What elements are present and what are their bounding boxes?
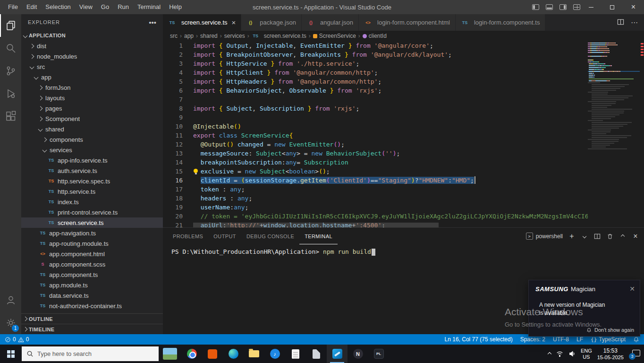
start-button[interactable] <box>0 345 22 363</box>
tree-item-not-authorized-container.ts[interactable]: TSnot-authorized-container.ts <box>21 301 163 311</box>
tree-item-http.service.ts[interactable]: TShttp.service.ts <box>21 186 163 197</box>
menu-run[interactable]: Run <box>113 0 133 14</box>
close-icon[interactable]: × <box>232 18 236 26</box>
taskbar-search[interactable] <box>22 346 159 361</box>
search-icon[interactable] <box>0 37 21 60</box>
toggle-secondary-sidebar-icon[interactable] <box>559 4 567 10</box>
language-mode[interactable]: {} TypeScript <box>591 336 626 343</box>
tree-item-services[interactable]: services <box>21 145 163 155</box>
split-editor-icon[interactable] <box>617 18 624 27</box>
split-terminal-icon[interactable] <box>593 233 601 240</box>
explorer-more-actions-icon[interactable]: ••• <box>149 18 156 26</box>
tree-item-app-navigation.ts[interactable]: TSapp-navigation.ts <box>21 228 163 238</box>
tree-item-data.service.ts[interactable]: TSdata.service.ts <box>21 290 163 301</box>
tree-item-app.component.ts[interactable]: TSapp.component.ts <box>21 269 163 280</box>
close-window-button[interactable]: × <box>623 0 644 14</box>
terminal-shell-selector[interactable]: > powershell <box>526 233 563 240</box>
code-line-16[interactable]: clientId = (sessionStorage.getItem('Clie… <box>193 176 588 185</box>
volume-icon[interactable] <box>568 350 576 357</box>
code-line-8[interactable]: import { Subject, Subscription } from 'r… <box>193 104 588 113</box>
kill-terminal-icon[interactable] <box>606 233 614 240</box>
taskbar-pl-app-icon[interactable]: PL <box>368 345 389 363</box>
chevron-down-icon[interactable] <box>581 233 588 240</box>
tab-debug-console[interactable]: DEBUG CONSOLE <box>241 228 299 244</box>
section-outline[interactable]: OUTLINE <box>21 313 163 324</box>
code-line-12[interactable]: @Output() changed = new EventEmitter(); <box>193 140 588 149</box>
tree-item-app-info.service.ts[interactable]: TSapp-info.service.ts <box>21 155 163 165</box>
menu-selection[interactable]: Selection <box>41 0 75 14</box>
taskbar-file-explorer-icon[interactable] <box>244 345 264 363</box>
settings-gear-icon[interactable]: 1 <box>0 311 21 334</box>
tray-chevron-up-icon[interactable] <box>548 353 551 355</box>
breadcrumb-src[interactable]: src <box>170 33 178 39</box>
tree-item-app-routing.module.ts[interactable]: TSapp-routing.module.ts <box>21 238 163 249</box>
indentation[interactable]: Spaces: 2 <box>520 336 545 343</box>
tab-screen-service-ts[interactable]: TS screen.service.ts × <box>163 14 241 31</box>
network-icon[interactable] <box>556 350 563 357</box>
code-line-15[interactable]: exclusive = new Subject<boolean>(); <box>193 167 588 176</box>
tree-item-auth.service.ts[interactable]: TSauth.service.ts <box>21 165 163 176</box>
source-control-icon[interactable] <box>0 60 21 82</box>
search-input[interactable] <box>37 350 154 357</box>
taskbar-media-app-icon[interactable]: ♪ <box>264 345 285 363</box>
section-timeline[interactable]: TIMELINE <box>21 324 163 334</box>
new-terminal-icon[interactable]: + <box>568 233 576 240</box>
breadcrumb-property[interactable]: clientId <box>363 33 387 39</box>
tab-terminal[interactable]: TERMINAL <box>299 228 338 244</box>
tree-item-components[interactable]: components <box>21 134 163 145</box>
clock[interactable]: 15:53 15-05-2025 <box>597 347 624 361</box>
lightbulb-icon[interactable] <box>194 169 198 173</box>
taskbar-n-app-icon[interactable]: N <box>347 345 368 363</box>
code-line-19[interactable]: userName:any; <box>193 203 588 212</box>
run-debug-icon[interactable] <box>0 82 21 105</box>
code-line-11[interactable]: export class ScreenService{ <box>193 131 588 140</box>
code-line-20[interactable]: // token = 'eyJhbGciOiJIUzI1NiIsInR5cCI6… <box>193 212 588 221</box>
code-line-1[interactable]: import { Output, Injectable, EventEmitte… <box>193 41 588 50</box>
toggle-panel-icon[interactable] <box>546 4 553 10</box>
toggle-sidebar-icon[interactable] <box>532 4 539 10</box>
tree-item-shared[interactable]: shared <box>21 124 163 134</box>
breadcrumb-class[interactable]: ScreenService <box>313 33 356 39</box>
maximize-button[interactable] <box>602 0 623 14</box>
notifications-bell-icon[interactable] <box>633 337 639 343</box>
taskbar-vscode-icon[interactable] <box>327 345 347 363</box>
maximize-panel-icon[interactable] <box>619 233 627 240</box>
tree-item-node_modules[interactable]: node_modules <box>21 51 163 61</box>
encoding[interactable]: UTF-8 <box>553 336 569 343</box>
action-center-icon[interactable]: 3 <box>629 348 641 360</box>
eol-sequence[interactable]: LF <box>576 336 583 343</box>
dont-show-again-button[interactable]: Don't show again <box>586 327 634 333</box>
tree-item-app.module.ts[interactable]: TSapp.module.ts <box>21 280 163 290</box>
taskbar-edge-icon[interactable] <box>223 345 244 363</box>
tree-item-print-control.service.ts[interactable]: TSprint-control.service.ts <box>21 207 163 217</box>
code-line-5[interactable]: import { HttpHeaders } from '@angular/co… <box>193 77 588 86</box>
menu-help[interactable]: Help <box>165 0 186 14</box>
breadcrumb-shared[interactable]: shared <box>200 33 218 39</box>
section-application[interactable]: APPLICATION <box>21 30 163 41</box>
minimap[interactable] <box>588 41 640 227</box>
tab-output[interactable]: OUTPUT <box>208 228 241 244</box>
minimize-button[interactable] <box>580 0 602 14</box>
taskbar-document-app-icon[interactable] <box>306 345 327 363</box>
accounts-icon[interactable] <box>0 289 21 311</box>
menu-file[interactable]: File <box>4 0 22 14</box>
close-icon[interactable]: ✕ <box>629 285 635 292</box>
tree-item-index.ts[interactable]: TSindex.ts <box>21 197 163 207</box>
tree-item-dist[interactable]: dist <box>21 41 163 51</box>
code-line-3[interactable]: import { HttpService } from './http.serv… <box>193 59 588 68</box>
tab-package-json[interactable]: {} package.json <box>241 14 302 31</box>
menu-view[interactable]: View <box>75 0 97 14</box>
close-panel-icon[interactable]: × <box>632 233 639 240</box>
tab-login-form-component-ts[interactable]: TS login-form.component.ts <box>456 14 545 31</box>
horizontal-scrollbar[interactable] <box>193 223 439 227</box>
tree-item-app[interactable]: app <box>21 72 163 82</box>
tree-item-src[interactable]: src <box>21 61 163 72</box>
tree-item-formJson[interactable]: formJson <box>21 82 163 93</box>
tree-item-http.service.spec.ts[interactable]: TShttp.service.spec.ts <box>21 176 163 186</box>
code-line-18[interactable]: headers : any; <box>193 194 588 203</box>
tab-login-form-component-html[interactable]: <> login-form.component.html <box>359 14 456 31</box>
problems-status[interactable]: 0 0 <box>5 336 29 343</box>
taskbar-app-orange-icon[interactable] <box>202 345 223 363</box>
taskbar-browser-icon[interactable] <box>181 345 202 363</box>
tree-item-app.component.html[interactable]: <>app.component.html <box>21 249 163 259</box>
